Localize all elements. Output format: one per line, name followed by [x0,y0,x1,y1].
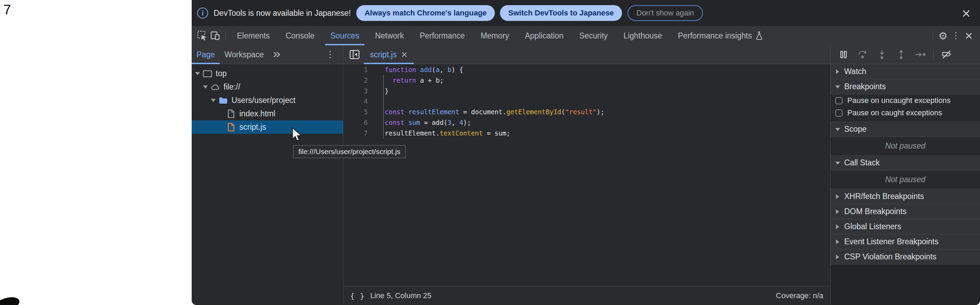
section-csp-violation-breakpoints[interactable]: CSP Violation Breakpoints [830,249,980,265]
section-title: Event Listener Breakpoints [844,237,939,246]
chevron-right-icon [835,224,840,229]
tab-network[interactable]: Network [367,26,412,45]
dont-show-again-button[interactable]: Don't show again [627,5,703,21]
line-number: 3 [364,86,368,96]
tab-application[interactable]: Application [517,26,572,45]
checkbox-label: Pause on caught exceptions [847,109,942,117]
tab-sources[interactable]: Sources [322,26,367,45]
file-path-tooltip: file:///Users/user/project/script.js [293,145,406,158]
section-title: Watch [844,67,866,76]
tree-item-file-[interactable]: file:// [192,80,343,94]
section-title: DOM Breakpoints [844,207,907,216]
tab-label: Application [525,31,564,40]
debugger-pane: WatchBreakpointsPause on uncaught except… [830,45,980,305]
navigator-tabs: PageWorkspace [192,45,269,64]
code-line-2: 2 return a + b; [343,75,830,86]
section-title: XHR/fetch Breakpoints [844,192,924,201]
pause-script-icon[interactable] [834,48,853,61]
not-paused-status: Not paused [830,171,980,189]
tree-item-script-js[interactable]: script.js [192,120,343,134]
code-line-3: 3} [343,86,830,96]
step-out-icon[interactable] [891,48,911,61]
code-editor[interactable]: 1function add(a, b) {2 return a + b;3}45… [343,64,830,286]
tab-label: Console [286,31,315,40]
chevron-down-icon [835,161,840,165]
code-line-5: 5const resultElement = document.getEleme… [343,107,830,117]
page-corner-number: 7 [3,2,11,18]
infobar-buttons: Always match Chrome's languageSwitch Dev… [356,5,622,21]
checkbox[interactable] [835,97,843,104]
inspect-element-icon[interactable] [196,29,209,43]
tab-performance-insights[interactable]: Performance insights [670,26,771,45]
expand-arrow-icon[interactable] [195,72,200,76]
navigator-tab-workspace[interactable]: Workspace [220,45,269,64]
checkbox-label: Pause on uncaught exceptions [847,96,950,105]
line-number: 4 [364,96,368,107]
more-options-menu-icon[interactable]: ⋮ [950,29,963,43]
info-icon: i [197,8,208,19]
toggle-navigator-icon[interactable] [348,48,361,61]
section-xhr-fetch-breakpoints[interactable]: XHR/fetch Breakpoints [830,189,980,204]
deactivate-breakpoints-icon[interactable] [937,48,956,61]
tree-item-index-html[interactable]: index.html [192,107,343,120]
device-toolbar-icon[interactable] [209,29,222,43]
checkbox[interactable] [835,109,843,117]
tab-security[interactable]: Security [571,26,616,45]
code-line-7: 7resultElement.textContent = sum; [343,128,830,139]
infobar-close-button[interactable]: × [959,7,974,19]
editor-tab-label: script.js [370,50,397,59]
step-into-icon[interactable] [872,48,891,61]
step-icon[interactable] [911,48,930,61]
code-line-text: resultElement.textContent = sum; [385,128,510,139]
editor-pane: script.js × 1function add(a, b) {2 retur… [343,45,830,305]
line-number: 1 [364,64,368,75]
editor-tab-close-icon[interactable]: × [401,50,408,59]
navigator-more-options-icon[interactable]: ⋮ [324,48,337,61]
step-over-icon[interactable] [853,48,872,61]
tree-item-label: index.html [239,109,275,118]
chevron-right-icon [835,240,840,244]
tab-console[interactable]: Console [278,26,322,45]
tree-item-users-user-project[interactable]: Users/user/project [192,94,343,107]
always-match-language-button[interactable]: Always match Chrome's language [356,5,495,21]
tree-item-top[interactable]: top [192,67,343,80]
line-number: 5 [364,107,368,117]
editor-tab-scriptjs[interactable]: script.js × [364,45,414,64]
pretty-print-icon[interactable]: { } [350,292,365,300]
section-call-stack[interactable]: Call Stack [830,155,980,171]
expand-arrow-icon[interactable] [203,85,208,89]
switch-to-japanese-button[interactable]: Switch DevTools to Japanese [500,5,622,21]
tab-performance[interactable]: Performance [412,26,473,45]
tab-label: Performance insights [678,31,752,40]
chevron-down-icon [835,127,840,132]
frame-icon [203,69,212,78]
tab-label: Performance [420,31,465,40]
line-number: 7 [364,128,368,139]
file-icon [226,109,236,118]
toolbar-right-controls: ⚙ ⋮ × [929,29,975,43]
section-event-listener-breakpoints[interactable]: Event Listener Breakpoints [830,234,980,249]
section-dom-breakpoints[interactable]: DOM Breakpoints [830,204,980,219]
code-line-4: 4 [343,96,830,107]
navigator-tab-page[interactable]: Page [192,45,220,64]
settings-gear-icon[interactable]: ⚙ [937,29,950,43]
tree-item-label: top [216,69,227,78]
devtools-close-button[interactable]: × [963,30,975,41]
tree-item-label: file:// [224,82,240,92]
expand-arrow-icon[interactable] [211,99,216,102]
tree-indent [219,125,224,129]
panel-tabs: ElementsConsoleSourcesNetworkPerformance… [229,26,771,45]
more-tabs-icon[interactable] [270,48,283,61]
line-number: 2 [364,75,368,86]
tab-elements[interactable]: Elements [229,26,278,45]
chevron-right-icon [835,255,840,259]
tab-memory[interactable]: Memory [473,26,517,45]
not-paused-status: Not paused [830,137,980,155]
section-scope[interactable]: Scope [830,122,980,137]
section-global-listeners[interactable]: Global Listeners [830,219,980,234]
toolbar-separator [225,31,226,40]
tab-lighthouse[interactable]: Lighthouse [616,26,670,45]
section-watch[interactable]: Watch [830,64,980,79]
flask-icon [756,31,763,40]
section-breakpoints[interactable]: Breakpoints [830,79,980,94]
